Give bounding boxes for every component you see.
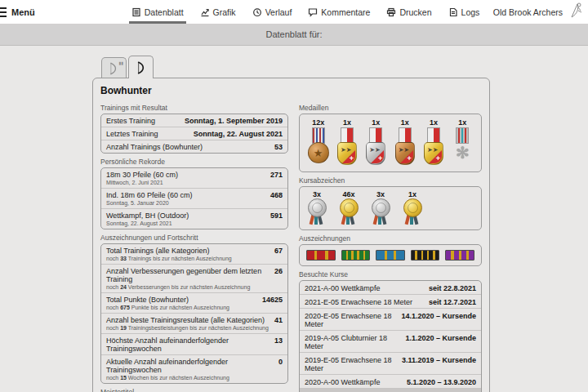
tab-bow-barebow[interactable]: ▮▮ bbox=[101, 57, 127, 78]
table-row: 18m 30 Pfeile (60 cm)271Mittwoch, 2. Jun… bbox=[101, 168, 287, 188]
medal-ribbon bbox=[341, 127, 354, 144]
content-area: ▮▮ Bowhunter Trainings mit Resultat Erst… bbox=[0, 46, 588, 392]
swiss-cross: + bbox=[407, 155, 411, 162]
row-subtitle: Mittwoch, 2. Juni 2021 bbox=[106, 180, 283, 185]
courses-table: 2021-A-00 Wettkämpfeseit 22.8.20212021-E… bbox=[299, 280, 482, 392]
gold-rosette-badge: 1x bbox=[402, 190, 423, 225]
club-badge: Old Brook Archers bbox=[493, 1, 588, 24]
table-row: Anzahl Verbesserungen gegenüber dem letz… bbox=[101, 264, 287, 292]
trainings-table: Erstes TrainingSonntag, 1. September 201… bbox=[100, 114, 288, 154]
menu-label: Menü bbox=[11, 7, 35, 17]
purple-gold-ribbon bbox=[445, 250, 474, 261]
swiss-cross: + bbox=[350, 155, 354, 162]
row-subtitle: noch 33 Trainings bis zur nächsten Ausze… bbox=[106, 256, 283, 261]
rosette-disc bbox=[372, 198, 390, 217]
rosette-disc bbox=[340, 198, 359, 217]
nav-item-verlauf[interactable]: Verlauf bbox=[252, 0, 292, 24]
rosette-disc bbox=[308, 198, 327, 217]
print-icon bbox=[386, 7, 396, 17]
section-title-course-badges: Kursabzeichen bbox=[299, 176, 482, 185]
medal-ribbon bbox=[369, 127, 382, 144]
table-row: Anzahl Trainings (Bowhunter)53 bbox=[101, 140, 287, 153]
progress-table: Total Trainings (alle Kategorien)67noch … bbox=[100, 243, 288, 384]
history-icon bbox=[252, 7, 262, 17]
show-hidden-courses-button[interactable]: ... 8 ausgeblendete Kurse anzeigen bbox=[300, 388, 481, 392]
main-nav: DatenblattGrafikVerlaufKommentareDrucken… bbox=[131, 0, 480, 24]
medal-ribbon bbox=[456, 127, 469, 144]
medal-count: 1x bbox=[335, 118, 359, 127]
bow-category-tabs: ▮▮ bbox=[101, 56, 154, 78]
section-title-awards: Auszeichnungen bbox=[299, 234, 482, 243]
logs-icon bbox=[448, 7, 458, 17]
swiss-cross: + bbox=[436, 155, 440, 162]
page-subtitle: Datenblatt für: bbox=[265, 29, 322, 39]
nav-item-grafik[interactable]: Grafik bbox=[200, 0, 236, 24]
section-title-progress: Auszeichnungen und Fortschritt bbox=[100, 234, 288, 242]
medal-count: 1x bbox=[451, 118, 474, 127]
table-row: Höchste Anzahl aufeinanderfolgender Trai… bbox=[101, 333, 287, 354]
row-subtitle: noch 15 Wochen bis zur nächsten Auszeich… bbox=[106, 375, 283, 381]
rosette-disc bbox=[403, 198, 422, 217]
row-subtitle: noch 675 Punkte bis zur nächsten Auszeic… bbox=[106, 305, 283, 310]
chart-icon bbox=[200, 7, 210, 17]
table-row: Total Punkte (Bowhunter)14625noch 675 Pu… bbox=[101, 292, 287, 313]
hamburger-icon[interactable] bbox=[0, 7, 7, 17]
blue-gold-ribbon bbox=[376, 250, 405, 261]
course-row: 2021-A-00 Wettkämpfeseit 22.8.2021 bbox=[300, 281, 481, 294]
row-subtitle: noch 19 Trainingsbestleistungen bis zur … bbox=[106, 325, 283, 331]
records-table: 18m 30 Pfeile (60 cm)271Mittwoch, 2. Jun… bbox=[100, 167, 288, 229]
nav-item-logs[interactable]: Logs bbox=[448, 0, 480, 24]
medals-strip: 12x★1x➤➤+1x➤➤+1x➤➤+1x➤➤+1x✻ bbox=[300, 114, 481, 172]
table-row: Total Trainings (alle Kategorien)67noch … bbox=[101, 244, 287, 264]
course-row: 2020-A-00 Wettkämpfe5.1.2020 – 13.9.2020 bbox=[300, 374, 481, 388]
top-bar: Menü DatenblattGrafikVerlaufKommentareDr… bbox=[0, 0, 588, 24]
section-title-medals: Medaillen bbox=[299, 104, 482, 112]
table-row: Letztes TrainingSonntag, 22. August 2021 bbox=[101, 127, 287, 140]
bronze-star-medal: 12x★ bbox=[306, 118, 330, 165]
section-title-records: Persönliche Rekorde bbox=[100, 158, 288, 166]
table-row: Ind. 18m 60 Pfeile (60 cm)468Sonntag, 5.… bbox=[101, 188, 287, 208]
silver-shield-medal: 1x➤➤+ bbox=[364, 118, 388, 165]
medal-count: 1x bbox=[364, 118, 388, 127]
gold-shield-medal: 1x➤➤+ bbox=[335, 118, 359, 165]
section-title-master-titles: Meistertitel bbox=[100, 388, 288, 392]
club-name: Old Brook Archers bbox=[493, 7, 563, 17]
arrows-glyph: ➤➤ bbox=[369, 146, 380, 154]
medal-count: 12x bbox=[306, 118, 330, 127]
silver-rosette-badge: 3x bbox=[370, 190, 391, 225]
star-glyph: ★ bbox=[314, 148, 323, 158]
right-column: Medaillen 12x★1x➤➤+1x➤➤+1x➤➤+1x➤➤+1x✻ Ku… bbox=[299, 100, 482, 392]
profile-name: Bowhunter bbox=[100, 85, 482, 96]
medal-ribbon bbox=[399, 127, 412, 144]
menu-button[interactable]: Menü bbox=[0, 7, 35, 17]
green-gold-ribbon bbox=[341, 250, 371, 261]
table-row: Wettkampf, BH (Outdoor)591Sonntag, 22. A… bbox=[101, 208, 287, 229]
nav-item-drucken[interactable]: Drucken bbox=[386, 0, 431, 24]
datasheet-card: Bowhunter Trainings mit Resultat Erstes … bbox=[92, 78, 490, 392]
arrows-glyph: ➤➤ bbox=[427, 146, 438, 154]
badge-count: 46x bbox=[338, 190, 359, 198]
row-subtitle: Sonntag, 5. Januar 2020 bbox=[106, 200, 283, 206]
silver-rosette-badge: 3x bbox=[306, 190, 327, 225]
course-row: 2021-E-05 Erwachsene 18 Meterseit 12.7.2… bbox=[300, 294, 481, 308]
arrows-glyph: ➤➤ bbox=[399, 146, 409, 154]
arrows-glyph: ➤➤ bbox=[341, 146, 351, 154]
table-row: Aktuelle Anzahl aufeinanderfolgender Tra… bbox=[101, 354, 287, 383]
club-logo-icon bbox=[567, 1, 585, 24]
nav-item-kommentare[interactable]: Kommentare bbox=[308, 0, 370, 24]
page-subtitle-bar: Datenblatt für: bbox=[0, 24, 588, 46]
medal-ribbon bbox=[312, 127, 325, 144]
gold-shield-medal: 1x➤➤+ bbox=[421, 118, 445, 165]
comments-icon bbox=[308, 7, 318, 17]
tab-bow-bowhunter[interactable] bbox=[128, 56, 154, 78]
red-gold-ribbon bbox=[306, 250, 336, 261]
badge-count: 1x bbox=[402, 190, 423, 198]
course-badges-strip: 3x46x3x1x bbox=[300, 187, 481, 229]
medal-count: 1x bbox=[393, 118, 416, 127]
datasheet-icon bbox=[131, 7, 141, 17]
badge-count: 3x bbox=[370, 190, 391, 198]
course-row: 2019-A-05 Clubturnier 18 Meter1.1.2020 –… bbox=[300, 330, 481, 352]
nav-item-datenblatt[interactable]: Datenblatt bbox=[131, 0, 184, 24]
table-row: Erstes TrainingSonntag, 1. September 201… bbox=[101, 114, 287, 127]
table-row: Anzahl beste Trainingsresultate (alle Ka… bbox=[101, 313, 287, 333]
